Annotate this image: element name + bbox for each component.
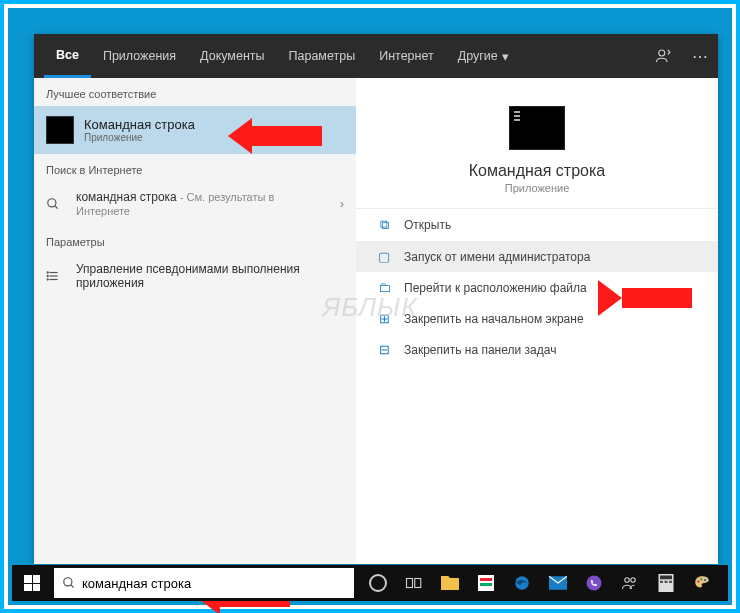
pin-task-icon: ⊟: [376, 342, 392, 357]
svg-point-9: [64, 578, 72, 586]
svg-rect-11: [407, 579, 413, 588]
start-button[interactable]: [12, 565, 52, 601]
svg-rect-19: [660, 576, 672, 580]
tab-docs[interactable]: Документы: [188, 34, 276, 78]
tab-apps[interactable]: Приложения: [91, 34, 188, 78]
svg-point-25: [704, 579, 706, 581]
store-icon[interactable]: [470, 567, 502, 599]
explorer-icon[interactable]: [434, 567, 466, 599]
svg-point-17: [631, 578, 636, 583]
detail-sub: Приложение: [376, 182, 698, 194]
detail-title: Командная строка: [376, 162, 698, 180]
feedback-icon[interactable]: [646, 34, 682, 78]
best-match-sub: Приложение: [84, 132, 195, 143]
chevron-right-icon: ›: [340, 197, 344, 211]
action-run-admin[interactable]: ▢ Запуск от имени администратора: [356, 241, 718, 272]
edge-icon[interactable]: [506, 567, 538, 599]
results-column: Лучшее соответствие Командная строка При…: [34, 78, 356, 564]
people-icon[interactable]: [614, 567, 646, 599]
more-icon[interactable]: ⋯: [682, 34, 718, 78]
cmd-icon: [46, 116, 74, 144]
action-pin-taskbar[interactable]: ⊟ Закрепить на панели задач: [356, 334, 718, 365]
svg-point-6: [47, 272, 48, 273]
web-search-item[interactable]: командная строка - См. результаты в Инте…: [34, 182, 356, 226]
taskbar-search[interactable]: [54, 568, 354, 598]
best-match-label: Лучшее соответствие: [34, 78, 356, 106]
admin-icon: ▢: [376, 249, 392, 264]
action-open[interactable]: ⧉ Открыть: [356, 209, 718, 241]
svg-rect-12: [415, 579, 421, 588]
chevron-down-icon: ▾: [502, 49, 509, 64]
pin-icon: ⊞: [376, 311, 392, 326]
tab-internet[interactable]: Интернет: [367, 34, 446, 78]
svg-point-0: [659, 50, 665, 56]
best-match-item[interactable]: Командная строка Приложение: [34, 106, 356, 154]
svg-line-2: [55, 206, 58, 209]
svg-point-24: [700, 578, 702, 580]
params-item[interactable]: Управление псевдонимами выполнения прило…: [34, 254, 356, 298]
params-label: Параметры: [34, 226, 356, 254]
task-view-icon[interactable]: [398, 567, 430, 599]
cortana-icon[interactable]: [362, 567, 394, 599]
mail-icon[interactable]: [542, 567, 574, 599]
search-input[interactable]: [82, 576, 346, 591]
svg-point-7: [47, 275, 48, 276]
paint-icon[interactable]: [686, 567, 718, 599]
web-search-label: Поиск в Интернете: [34, 154, 356, 182]
svg-point-16: [625, 578, 630, 583]
search-panel: Все Приложения Документы Параметры Интер…: [34, 34, 718, 564]
tab-all[interactable]: Все: [44, 34, 91, 78]
open-icon: ⧉: [376, 217, 392, 233]
svg-rect-21: [665, 581, 668, 583]
tabs-bar: Все Приложения Документы Параметры Интер…: [34, 34, 718, 78]
viber-icon[interactable]: [578, 567, 610, 599]
search-icon: [62, 576, 76, 590]
svg-rect-20: [660, 581, 663, 583]
tab-other[interactable]: Другие▾: [446, 34, 521, 78]
detail-column: Командная строка Приложение ⧉ Открыть ▢ …: [356, 78, 718, 564]
folder-open-icon: 🗀: [376, 280, 392, 295]
svg-point-23: [697, 580, 699, 582]
calculator-icon[interactable]: [650, 567, 682, 599]
cmd-icon-large: [509, 106, 565, 150]
taskbar: [12, 565, 728, 601]
windows-icon: [24, 575, 40, 591]
svg-rect-22: [669, 581, 672, 583]
svg-line-10: [71, 585, 74, 588]
tab-params[interactable]: Параметры: [277, 34, 368, 78]
svg-point-1: [48, 199, 56, 207]
best-match-title: Командная строка: [84, 117, 195, 132]
list-icon: [46, 269, 66, 283]
action-pin-start[interactable]: ⊞ Закрепить на начальном экране: [356, 303, 718, 334]
svg-point-8: [47, 279, 48, 280]
svg-point-15: [587, 576, 602, 591]
search-icon: [46, 197, 66, 211]
action-goto-file[interactable]: 🗀 Перейти к расположению файла: [356, 272, 718, 303]
